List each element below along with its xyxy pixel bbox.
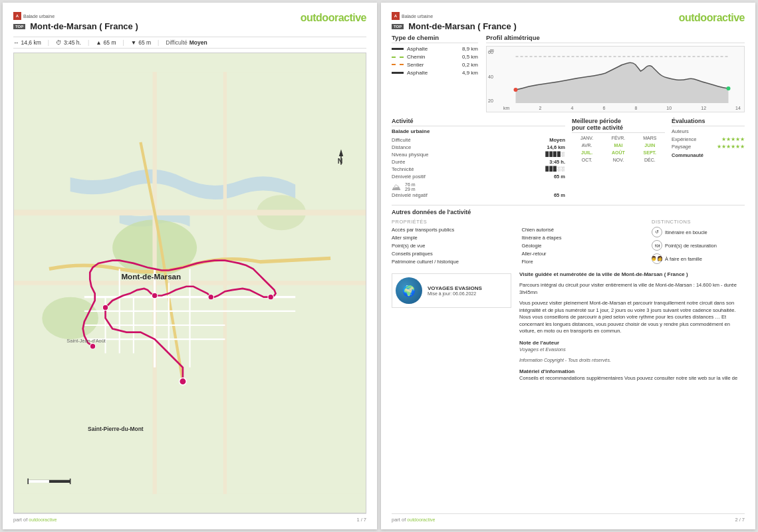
month-juil: JUIL. bbox=[572, 150, 602, 156]
svg-text:Saint-Pierre-du-Mont: Saint-Pierre-du-Mont bbox=[88, 426, 144, 432]
page-2: A Balade urbaine TOP Mont-de-Marsan ( Fr… bbox=[381, 3, 755, 529]
globe-icon: 🌍 bbox=[396, 277, 422, 304]
page1-title: Mont-de-Marsan ( France ) bbox=[30, 21, 138, 31]
activite-denivele-pos: Dénivelé positif 65 m bbox=[392, 174, 565, 180]
chemin-item-2: Chemin 0,5 km bbox=[392, 54, 478, 60]
page2-header: A Balade urbaine TOP Mont-de-Marsan ( Fr… bbox=[392, 12, 745, 31]
month-mai: MAI bbox=[603, 142, 633, 148]
page-1: A Balade urbaine TOP Mont-de-Marsan ( Fr… bbox=[3, 3, 377, 529]
communaute-label: Communauté bbox=[672, 152, 745, 158]
eval-experience: Expérience ★★★★★ bbox=[672, 136, 745, 142]
page2-top-badge: TOP bbox=[392, 24, 404, 29]
voyages-name: VOYAGES EVASIONS bbox=[428, 285, 482, 291]
famille-icon: 👨‍👩 bbox=[652, 253, 662, 264]
month-janv: JANV. bbox=[572, 135, 602, 141]
chart-area: m 60 40 20 bbox=[486, 46, 745, 112]
month-juin: JUIN bbox=[635, 142, 665, 148]
svg-point-9 bbox=[90, 343, 95, 348]
restauration-icon: 🍽 bbox=[652, 240, 662, 251]
page2-footer-part-of: part of outdooractive bbox=[392, 517, 435, 523]
dist-restauration: 🍽 Point(s) de restauration bbox=[652, 240, 745, 251]
stat-denivele-neg: ▼ 65 m bbox=[131, 39, 151, 46]
page2-title-row: TOP Mont-de-Marsan ( France ) bbox=[392, 21, 517, 31]
props-cols: Propriétés Accès par transports publics … bbox=[392, 219, 745, 267]
prop-5: Patrimoine culturel / historique bbox=[392, 259, 509, 265]
desc-para2: Vous pouvez visiter pleinement Mont-de-M… bbox=[519, 300, 745, 335]
activite-type: Balade urbaine bbox=[392, 128, 565, 134]
desc-intro: Visite guidée et numérotée de la ville d… bbox=[519, 271, 745, 278]
autres-title: Autres données de l'activité bbox=[392, 209, 745, 215]
voyages-desc-row: 🌍 VOYAGES EVASIONS Mise à jour: 06.06.20… bbox=[392, 271, 745, 513]
top-badge: TOP bbox=[13, 24, 25, 29]
prop-2: Aller simple bbox=[392, 235, 509, 241]
clock-icon: ⏱ bbox=[56, 39, 62, 46]
mountain-icon: ⛰ bbox=[392, 182, 401, 192]
page2-balade-icon: A bbox=[392, 12, 400, 20]
svg-point-21 bbox=[514, 88, 518, 92]
svg-point-22 bbox=[727, 86, 731, 90]
autres-section: Autres données de l'activité Propriétés … bbox=[392, 205, 745, 267]
stat-difficulte: Difficulté Moyen bbox=[166, 39, 207, 46]
svg-text:Mont-de-Marsan: Mont-de-Marsan bbox=[121, 272, 181, 281]
chemin-line-2 bbox=[392, 57, 404, 58]
page1-header-left: A Balade urbaine TOP Mont-de-Marsan ( Fr… bbox=[13, 12, 138, 31]
meilleure-title: Meilleure période pour cette activité bbox=[572, 118, 665, 133]
difficulte-val: Moyen bbox=[190, 39, 207, 46]
prop-r-5: Flore bbox=[522, 259, 639, 265]
props-left-col: Propriétés Accès par transports publics … bbox=[392, 219, 509, 267]
distinctions-col: Distinctions ↺ Itinéraire en boucle 🍽 Po… bbox=[652, 219, 745, 267]
svg-text:Saint-Jean-d'Août: Saint-Jean-d'Août bbox=[66, 338, 106, 344]
activite-niveau: Niveau physique ████░ bbox=[392, 152, 565, 158]
denivele-pos-val: 65 m bbox=[104, 39, 116, 46]
svg-text:N: N bbox=[338, 157, 343, 165]
profil-section: Profil altimétrique m 60 40 20 bbox=[486, 34, 745, 112]
page2-footer: part of outdooractive 2 / 7 bbox=[392, 513, 745, 523]
type-chemin-section: Type de chemin Asphalte 8,9 km Chemin 0,… bbox=[392, 34, 478, 112]
month-aout: AOÛT bbox=[603, 150, 633, 156]
chemin-item-4: Asphalte 4,9 km bbox=[392, 70, 478, 76]
stat-distance: ↔ 14,6 km bbox=[13, 39, 41, 46]
prop-3: Point(s) de vue bbox=[392, 243, 509, 249]
evaluations-title: Évaluations bbox=[672, 118, 745, 126]
prop-r-1: Chien autorisé bbox=[522, 227, 639, 233]
voyages-col: 🌍 VOYAGES EVASIONS Mise à jour: 06.06.20… bbox=[392, 271, 511, 513]
stat-denivele-pos: ▲ 65 m bbox=[96, 39, 116, 46]
month-sept: SEPT. bbox=[635, 150, 665, 156]
footer-part-of: part of outdooractive bbox=[13, 517, 57, 523]
difficulte-label: Difficulté bbox=[166, 39, 187, 46]
months-grid: JANV. FÉVR. MARS AVR. MAI JUIN JUIL. AOÛ… bbox=[572, 135, 665, 163]
dist-famille: 👨‍👩 À faire en famille bbox=[652, 253, 745, 264]
chemin-line-1 bbox=[392, 48, 404, 50]
pages-container: A Balade urbaine TOP Mont-de-Marsan ( Fr… bbox=[0, 0, 758, 532]
svg-point-5 bbox=[208, 294, 213, 299]
eval-paysage: Paysage ★★★★★★ bbox=[672, 144, 745, 150]
svg-point-7 bbox=[102, 305, 108, 310]
activite-difficulte: Difficulté Moyen bbox=[392, 137, 565, 143]
info-row: Activité Balade urbaine Difficulté Moyen… bbox=[392, 118, 745, 200]
type-chemin-title: Type de chemin bbox=[392, 34, 478, 43]
page2-title: Mont-de-Marsan ( France ) bbox=[408, 21, 517, 31]
distance-icon: ↔ bbox=[13, 39, 19, 46]
page1-brand: outdooractive bbox=[301, 12, 366, 24]
svg-point-2 bbox=[42, 297, 98, 339]
auteurs-label: Auteurs bbox=[672, 128, 745, 134]
page2-brand: outdooractive bbox=[679, 12, 745, 24]
activite-distance: Distance 14,6 km bbox=[392, 144, 565, 150]
voyages-block: 🌍 VOYAGES EVASIONS Mise à jour: 06.06.20… bbox=[392, 273, 511, 308]
note-auteur-label: Note de l'auteur bbox=[519, 339, 745, 346]
activite-title: Activité bbox=[392, 118, 565, 126]
activite-duree: Durée 3:45 h. bbox=[392, 159, 565, 165]
svg-point-6 bbox=[268, 294, 273, 299]
activite-technicite: Technicité ███░░ bbox=[392, 166, 565, 172]
month-dec: DÉC. bbox=[635, 157, 665, 163]
page2-footer-page: 2 / 7 bbox=[735, 517, 745, 523]
chemin-item-3: Sentier 0,2 km bbox=[392, 62, 478, 68]
prop-1: Accès par transports publics bbox=[392, 227, 509, 233]
evaluations-box: Évaluations Auteurs Expérience ★★★★★ Pay… bbox=[672, 118, 745, 200]
page2-header-left: A Balade urbaine TOP Mont-de-Marsan ( Fr… bbox=[392, 12, 517, 31]
meilleure-box: Meilleure période pour cette activité JA… bbox=[572, 118, 665, 200]
page2-balade-label: Balade urbaine bbox=[402, 14, 433, 19]
chart-x-labels: km 2 4 6 8 10 12 14 bbox=[503, 106, 741, 110]
dist-boucle: ↺ Itinéraire en boucle bbox=[652, 227, 745, 237]
profil-title: Profil altimétrique bbox=[486, 34, 745, 43]
